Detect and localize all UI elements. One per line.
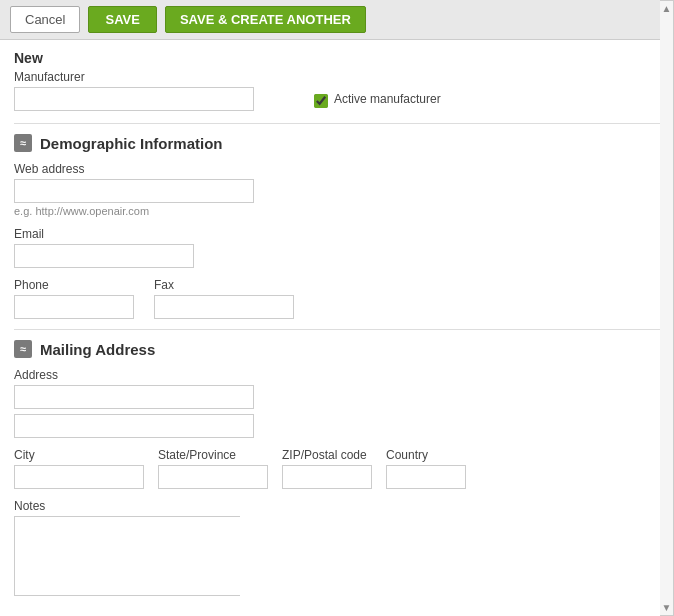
country-label: Country: [386, 448, 466, 462]
state-label: State/Province: [158, 448, 268, 462]
active-label: Active manufacturer: [334, 92, 441, 106]
address-line2-input[interactable]: [14, 414, 254, 438]
web-label: Web address: [14, 162, 660, 176]
active-checkbox[interactable]: [314, 94, 328, 108]
manufacturer-label: Manufacturer: [14, 70, 254, 84]
phone-field: Phone: [14, 278, 134, 319]
city-input[interactable]: [14, 465, 144, 489]
save-create-button[interactable]: SAVE & CREATE ANOTHER: [165, 6, 366, 33]
web-field: Web address e.g. http://www.openair.com: [14, 162, 660, 217]
mailing-collapse-icon[interactable]: ≈: [14, 340, 32, 358]
notes-scrollbar[interactable]: ▲ ▼: [660, 0, 674, 616]
notes-label: Notes: [14, 499, 660, 513]
notes-input[interactable]: [14, 516, 240, 596]
notes-container: ▲ ▼: [14, 516, 660, 596]
phone-fax-row: Phone Fax: [14, 278, 660, 319]
demographic-section-header: ≈ Demographic Information: [14, 134, 660, 152]
mailing-section-header: ≈ Mailing Address: [14, 340, 660, 358]
zip-label: ZIP/Postal code: [282, 448, 372, 462]
manufacturer-field: Manufacturer: [14, 70, 254, 111]
fax-input[interactable]: [154, 295, 294, 319]
email-input[interactable]: [14, 244, 194, 268]
state-field: State/Province: [158, 448, 268, 489]
fax-field: Fax: [154, 278, 294, 319]
address-field: Address: [14, 368, 660, 438]
notes-field: Notes ▲ ▼: [14, 499, 660, 596]
form-title: New: [14, 50, 660, 66]
country-input[interactable]: [386, 465, 466, 489]
cancel-button[interactable]: Cancel: [10, 6, 80, 33]
manufacturer-row: Manufacturer Active manufacturer: [14, 70, 660, 111]
address-label: Address: [14, 368, 660, 382]
web-hint: e.g. http://www.openair.com: [14, 205, 660, 217]
zip-field: ZIP/Postal code: [282, 448, 372, 489]
city-label: City: [14, 448, 144, 462]
scroll-up-arrow[interactable]: ▲: [662, 3, 672, 14]
email-label: Email: [14, 227, 660, 241]
address-line1-input[interactable]: [14, 385, 254, 409]
country-field: Country: [386, 448, 466, 489]
save-button[interactable]: SAVE: [88, 6, 156, 33]
email-field: Email: [14, 227, 660, 268]
state-input[interactable]: [158, 465, 268, 489]
city-field: City: [14, 448, 144, 489]
active-manufacturer-row: Active manufacturer: [314, 92, 441, 109]
mailing-section-title: Mailing Address: [40, 341, 155, 358]
demographic-section-title: Demographic Information: [40, 135, 223, 152]
fax-label: Fax: [154, 278, 294, 292]
manufacturer-input[interactable]: [14, 87, 254, 111]
phone-input[interactable]: [14, 295, 134, 319]
form-container: New Manufacturer Active manufacturer ≈ D…: [0, 40, 674, 616]
toolbar: Cancel SAVE SAVE & CREATE ANOTHER: [0, 0, 674, 40]
city-state-zip-row: City State/Province ZIP/Postal code Coun…: [14, 448, 660, 489]
divider-1: [14, 123, 660, 124]
web-input[interactable]: [14, 179, 254, 203]
zip-input[interactable]: [282, 465, 372, 489]
phone-label: Phone: [14, 278, 134, 292]
demographic-collapse-icon[interactable]: ≈: [14, 134, 32, 152]
scroll-down-arrow[interactable]: ▼: [662, 602, 672, 613]
divider-2: [14, 329, 660, 330]
